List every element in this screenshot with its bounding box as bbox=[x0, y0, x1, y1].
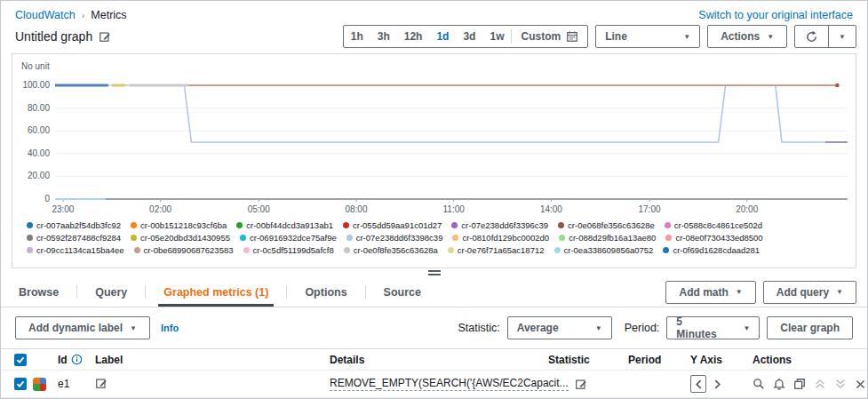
legend-item[interactable]: cr-00b151218c93cf6ba bbox=[131, 219, 227, 231]
period-select[interactable]: 5 Minutes ▼ bbox=[666, 316, 760, 339]
period-value: 5 Minutes bbox=[676, 315, 720, 340]
swatch-q4 bbox=[40, 384, 47, 391]
legend-item[interactable]: cr-07e238dd6f3398c39 bbox=[346, 232, 443, 243]
svg-text:11:00: 11:00 bbox=[443, 204, 466, 214]
svg-text:20:00: 20:00 bbox=[736, 204, 758, 214]
metric-chart-svg[interactable]: 100.0080.0060.0040.0020.00023:0002:0005:… bbox=[12, 70, 859, 221]
zoom-metric-icon[interactable] bbox=[753, 378, 765, 390]
legend-color-dot-icon bbox=[131, 235, 137, 241]
tab-browse[interactable]: Browse bbox=[1, 277, 76, 307]
svg-text:02:00: 02:00 bbox=[149, 204, 171, 214]
column-period[interactable]: Period bbox=[628, 354, 690, 366]
metric-id: e1 bbox=[58, 378, 69, 390]
resize-grip-icon[interactable] bbox=[428, 270, 441, 275]
legend-item[interactable]: cr-0810fd129bc0002d0 bbox=[452, 232, 549, 243]
legend-color-dot-icon bbox=[665, 235, 672, 241]
legend-label: cr-0588c8c4861ce502d bbox=[674, 219, 762, 231]
legend-item[interactable]: cr-00bf44dcd3a913ab1 bbox=[236, 219, 333, 231]
metric-details[interactable]: REMOVE_EMPTY(SEARCH('{AWS/EC2Capacit... bbox=[330, 377, 569, 391]
legend-label: cr-00bf44dcd3a913ab1 bbox=[246, 219, 333, 231]
cloudwatch-metrics-page: CloudWatch › Metrics Switch to your orig… bbox=[0, 0, 868, 399]
legend-label: cr-06916932dce75af9e bbox=[250, 232, 337, 243]
column-id[interactable]: Id bbox=[58, 354, 68, 366]
remove-metric-icon[interactable] bbox=[855, 379, 866, 390]
column-y-axis[interactable]: Y Axis bbox=[690, 354, 753, 366]
range-12h[interactable]: 12h bbox=[397, 30, 430, 43]
legend-item[interactable]: cr-0ea338609856a0752 bbox=[554, 244, 654, 256]
clear-graph-button[interactable]: Clear graph bbox=[767, 316, 853, 339]
move-down-icon[interactable] bbox=[834, 378, 847, 390]
legend-item[interactable]: cr-08e0f730433ed8500 bbox=[665, 232, 762, 243]
move-up-icon[interactable] bbox=[814, 378, 826, 390]
legend-color-dot-icon bbox=[554, 247, 561, 253]
y-axis-left-button[interactable] bbox=[690, 375, 706, 393]
refresh-button[interactable] bbox=[795, 26, 828, 47]
info-icon[interactable] bbox=[71, 354, 83, 365]
breadcrumb-metrics[interactable]: Metrics bbox=[91, 9, 126, 21]
range-1w[interactable]: 1w bbox=[482, 30, 511, 43]
add-dynamic-label-button[interactable]: Add dynamic label ▼ bbox=[15, 316, 150, 339]
edit-label-icon[interactable] bbox=[95, 377, 108, 389]
legend-item[interactable]: cr-0592f287488cf9284 bbox=[27, 232, 121, 243]
actions-button[interactable]: Actions ▼ bbox=[707, 25, 787, 48]
breadcrumb-cloudwatch[interactable]: CloudWatch bbox=[15, 9, 76, 21]
column-statistic[interactable]: Statistic bbox=[548, 354, 628, 366]
legend-item[interactable]: cr-088d29fb16a13ae80 bbox=[559, 232, 656, 243]
graph-type-select[interactable]: Line ▼ bbox=[595, 25, 700, 48]
legend-item[interactable]: cr-0e068fe356c63628e bbox=[558, 219, 655, 231]
tab-graphed-metrics[interactable]: Graphed metrics (1) bbox=[146, 277, 286, 307]
tab-query[interactable]: Query bbox=[77, 277, 145, 307]
legend-item[interactable]: cr-09cc1134ca15ba4ee bbox=[27, 244, 124, 256]
refresh-options-button[interactable]: ▼ bbox=[829, 26, 856, 47]
range-3h[interactable]: 3h bbox=[370, 30, 397, 43]
create-alarm-icon[interactable] bbox=[773, 378, 785, 390]
legend-item[interactable]: cr-0588c8c4861ce502d bbox=[665, 219, 762, 231]
row-checkbox[interactable] bbox=[14, 378, 27, 390]
add-math-label: Add math bbox=[679, 286, 728, 299]
legend-label: cr-0e068fe356c63628e bbox=[568, 219, 655, 231]
column-label[interactable]: Label bbox=[95, 354, 330, 366]
column-details[interactable]: Details bbox=[330, 354, 548, 366]
add-query-button[interactable]: Add query ▼ bbox=[763, 281, 856, 304]
legend-item[interactable]: cr-0e0f8fe356c63628a bbox=[344, 244, 438, 256]
duplicate-icon[interactable] bbox=[793, 378, 806, 390]
svg-text:14:00: 14:00 bbox=[540, 204, 562, 214]
y-axis-right-button[interactable] bbox=[709, 375, 725, 393]
breadcrumb: CloudWatch › Metrics bbox=[15, 9, 127, 21]
select-all-checkbox[interactable] bbox=[14, 354, 27, 366]
refresh-split-button: ▼ bbox=[794, 25, 856, 48]
custom-range-button[interactable]: Custom bbox=[512, 30, 587, 43]
legend-color-dot-icon bbox=[27, 235, 33, 241]
graph-header: Untitled graph 1h 3h 12h 1d 3d 1w Custom… bbox=[1, 23, 867, 53]
graphed-metrics-toolbar: Add dynamic label ▼ Info Statistic: Aver… bbox=[1, 307, 867, 348]
column-actions[interactable]: Actions bbox=[753, 354, 855, 366]
legend-item[interactable]: cr-06916932dce75af9e bbox=[240, 232, 337, 243]
tab-source[interactable]: Source bbox=[366, 277, 439, 307]
range-1h[interactable]: 1h bbox=[344, 30, 370, 43]
legend-color-dot-icon bbox=[27, 247, 33, 253]
edit-title-icon[interactable] bbox=[99, 30, 111, 43]
legend-item[interactable]: cr-07e238dd6f3396c39 bbox=[451, 219, 548, 231]
legend-color-dot-icon bbox=[559, 235, 565, 241]
legend-item[interactable]: cr-055dd59aa91c01d27 bbox=[343, 219, 442, 231]
legend-item[interactable]: cr-0f69d1628cdaad281 bbox=[663, 244, 760, 256]
legend-item[interactable]: cr-0e76f71a65ac18712 bbox=[448, 244, 545, 256]
svg-text:60.00: 60.00 bbox=[28, 125, 50, 135]
tab-options[interactable]: Options bbox=[287, 277, 364, 307]
panel-splitter bbox=[1, 268, 867, 277]
add-math-button[interactable]: Add math ▼ bbox=[665, 281, 755, 304]
range-1d[interactable]: 1d bbox=[429, 30, 456, 43]
chevron-down-icon: ▼ bbox=[836, 288, 843, 296]
range-3d[interactable]: 3d bbox=[456, 30, 482, 43]
legend-item[interactable]: cr-007aab2f54db3fc92 bbox=[27, 219, 121, 231]
legend-item[interactable]: cr-05e20dbd3d1430955 bbox=[131, 232, 230, 243]
legend-item[interactable]: cr-0c5df51199d5afcf8 bbox=[243, 244, 334, 256]
legend-item[interactable]: cr-0be68990687623583 bbox=[134, 244, 234, 256]
info-link[interactable]: Info bbox=[161, 323, 179, 333]
legend-color-dot-icon bbox=[243, 247, 250, 253]
edit-details-icon[interactable] bbox=[575, 378, 587, 390]
switch-interface-link[interactable]: Switch to your original interface bbox=[698, 9, 853, 21]
svg-text:0: 0 bbox=[44, 194, 50, 203]
swatch-q2 bbox=[40, 378, 47, 385]
statistic-select[interactable]: Average ▼ bbox=[507, 316, 612, 339]
